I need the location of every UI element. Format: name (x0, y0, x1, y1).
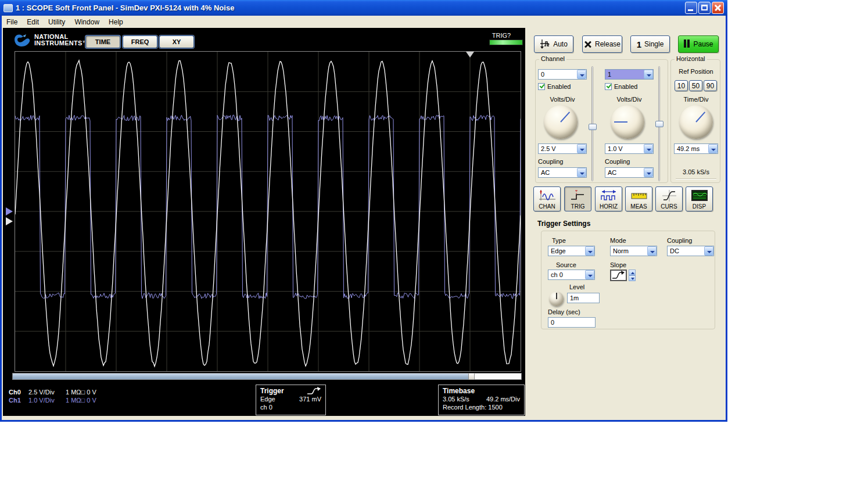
disp-screen-icon (690, 189, 709, 203)
ch0-voltsdiv-label: Volts/Div (538, 96, 587, 103)
horizontal-group: Horizontal Ref Position 10 50 90 Time/Di… (670, 59, 720, 183)
menu-help[interactable]: Help (104, 17, 128, 27)
trigger-coupling-select[interactable]: DC (667, 246, 714, 256)
ch0-ground-marker[interactable] (6, 217, 13, 225)
single-button[interactable]: 1 Single (630, 35, 670, 53)
ch1-voltsdiv-label: Volts/Div (605, 96, 654, 103)
checkbox-check-icon (605, 83, 612, 90)
mode-tab-curs[interactable]: CURS (655, 186, 683, 211)
ch1-voltsdiv-knob[interactable] (611, 105, 644, 139)
timediv-knob[interactable] (679, 105, 713, 139)
menu-window[interactable]: Window (70, 17, 104, 27)
level-knob[interactable] (549, 292, 564, 306)
mode-tab-chan[interactable]: CHAN (533, 186, 561, 211)
ref-position-label: Ref Position (671, 68, 721, 75)
title-bar: 1 : SCOPE Soft Front Panel - SimDev PXI-… (0, 0, 727, 16)
chevron-down-icon[interactable] (577, 168, 586, 177)
menu-bar: File Edit Utility Window Help (2, 16, 726, 28)
mode-tab-meas[interactable]: MEAS (625, 186, 652, 211)
slope-selector[interactable] (610, 270, 627, 281)
ch0-coupling-select[interactable]: AC (538, 167, 587, 178)
maximize-button[interactable] (698, 2, 711, 14)
mode-tab-disp[interactable]: DISP (686, 186, 713, 211)
chevron-down-icon[interactable] (577, 70, 586, 79)
chevron-down-icon[interactable] (647, 246, 657, 256)
ch0-slider-thumb[interactable] (589, 124, 597, 130)
auto-waveform-icon (540, 39, 550, 49)
ref-position-10-button[interactable]: 10 (675, 80, 688, 91)
trig-led (489, 39, 523, 45)
menu-utility[interactable]: Utility (44, 17, 70, 27)
pause-icon (683, 39, 690, 49)
ni-eagle-icon (13, 33, 31, 48)
ch0-enabled-checkbox[interactable]: Enabled (538, 83, 571, 90)
type-label: Type (552, 237, 566, 244)
chevron-down-icon[interactable] (644, 144, 653, 153)
auto-button[interactable]: Auto (534, 35, 573, 53)
channel-status-readout: Ch02.5 V/Div1 MΩ□ 0 V Ch11.0 V/Div1 MΩ□ … (9, 388, 96, 404)
timediv-select[interactable]: 49.2 ms (674, 143, 718, 154)
trigger-position-marker[interactable] (466, 52, 474, 58)
tab-freq[interactable]: FREQ (123, 35, 157, 48)
chevron-down-icon[interactable] (585, 270, 594, 279)
timebase-box-title: Timebase (443, 387, 520, 395)
ch1-ground-marker[interactable] (6, 207, 13, 216)
close-button[interactable] (712, 2, 724, 14)
sample-rate-readout: 3.05 kS/s (671, 168, 721, 175)
timebase-record-length: Record Length: 1500 (443, 403, 520, 411)
trigger-box-title: Trigger (260, 387, 284, 395)
chevron-down-icon[interactable] (585, 246, 594, 256)
rising-edge-icon (306, 387, 321, 395)
chevron-down-icon[interactable] (644, 168, 653, 177)
horiz-pulses-icon (600, 189, 618, 203)
chevron-down-icon[interactable] (704, 246, 713, 256)
menu-edit[interactable]: Edit (22, 17, 44, 27)
timebase-info-box: Timebase 3.05 kS/s 49.2 ms/Div Record Le… (438, 385, 525, 415)
trig-edge-icon (569, 189, 587, 203)
trigger-type-select[interactable]: Edge (548, 246, 595, 256)
chan-waveform-icon (538, 189, 557, 203)
app-window: 1 : SCOPE Soft Front Panel - SimDev PXI-… (0, 0, 727, 422)
app-icon (3, 4, 13, 12)
ch1-slider-thumb[interactable] (655, 121, 663, 127)
ch0-offset-slider[interactable] (589, 65, 597, 182)
mode-tab-trig[interactable]: TRIG (564, 186, 591, 211)
channel1-selector[interactable]: 1 (605, 69, 654, 80)
menu-file[interactable]: File (2, 17, 22, 27)
tab-xy[interactable]: XY (159, 35, 194, 48)
channel0-selector[interactable]: 0 (538, 69, 587, 80)
ni-logo: NATIONAL INSTRUMENTS™ (13, 33, 89, 48)
curs-slope-icon (660, 189, 679, 203)
trigger-source-select[interactable]: ch 0 (548, 270, 595, 280)
ch0-name: Ch0 (9, 388, 28, 396)
x-icon (584, 40, 592, 48)
chevron-down-icon[interactable] (644, 70, 653, 79)
ref-position-90-button[interactable]: 90 (704, 80, 717, 91)
slider-thumb[interactable] (468, 373, 475, 380)
ch0-voltsdiv-select[interactable]: 2.5 V (538, 143, 587, 154)
spin-down-icon[interactable] (629, 275, 636, 281)
level-field[interactable]: 1m (567, 293, 600, 303)
spin-up-icon[interactable] (629, 270, 636, 275)
ch1-coupling-select[interactable]: AC (605, 167, 654, 178)
delay-field[interactable]: 0 (548, 317, 596, 328)
chevron-down-icon[interactable] (708, 144, 718, 153)
scope-plot-svg (15, 52, 521, 371)
minimize-button[interactable] (685, 2, 697, 14)
tab-time[interactable]: TIME (85, 35, 120, 48)
horizontal-position-slider[interactable] (12, 373, 522, 380)
chevron-down-icon[interactable] (577, 144, 586, 153)
pause-button[interactable]: Pause (678, 35, 719, 53)
trigger-type: Edge (260, 395, 275, 403)
trigger-source: ch 0 (260, 403, 321, 411)
ch0-voltsdiv-knob[interactable] (544, 105, 578, 139)
mode-tab-horiz[interactable]: HORIZ (595, 186, 622, 211)
trigger-mode-select[interactable]: Norm (610, 246, 657, 256)
ch1-offset-slider[interactable] (655, 65, 663, 182)
slope-spinner[interactable] (629, 270, 636, 281)
ch1-enabled-checkbox[interactable]: Enabled (605, 83, 637, 90)
ref-position-50-button[interactable]: 50 (689, 80, 702, 91)
ch1-voltsdiv-select[interactable]: 1.0 V (605, 143, 654, 154)
release-button[interactable]: Release (582, 35, 622, 53)
ch1-name: Ch1 (9, 396, 28, 404)
